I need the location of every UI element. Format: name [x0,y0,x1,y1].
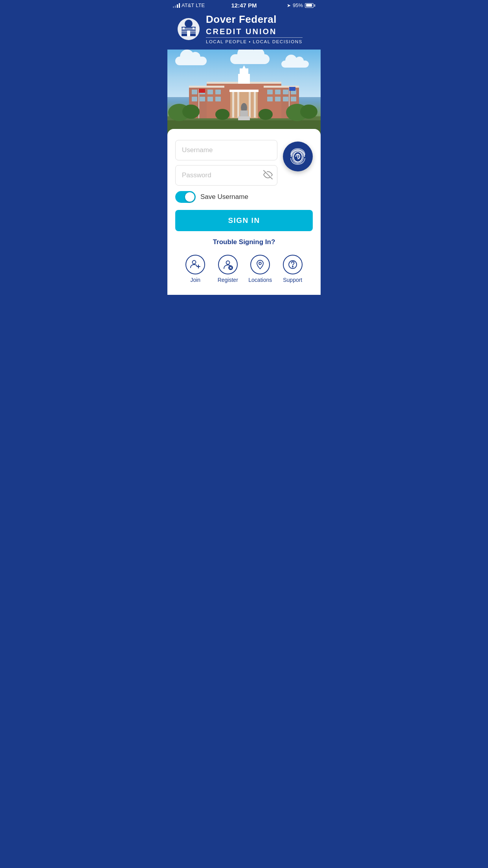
svg-rect-38 [200,97,205,101]
svg-rect-48 [289,87,295,91]
nav-item-register[interactable]: Register [212,255,244,283]
locations-icon-circle [250,255,270,274]
join-icon-circle [185,255,205,274]
tagline: LOCAL PEOPLE • LOCAL DECISIONS [206,37,303,44]
password-input[interactable] [175,165,277,186]
save-username-label: Save Username [200,193,248,201]
battery-percent: 95% [293,2,303,8]
svg-point-63 [226,261,229,265]
org-name: Dover Federal CREDIT UNION [206,14,303,36]
carrier-label: AT&T [182,2,194,8]
sign-in-button[interactable]: SIGN IN [175,210,313,231]
support-label: Support [283,277,302,283]
nav-item-locations[interactable]: Locations [244,255,276,283]
save-username-toggle[interactable] [175,191,196,203]
trouble-signing-in-link[interactable]: Trouble Signing In? [175,238,313,246]
building-svg [167,65,321,136]
svg-rect-35 [283,90,288,94]
password-visibility-toggle[interactable] [263,170,273,181]
svg-rect-58 [240,110,248,116]
status-bar: AT&T LTE 12:47 PM ➤ 95% [167,0,321,10]
svg-rect-22 [237,92,239,118]
logo-text: Dover Federal CREDIT UNION LOCAL PEOPLE … [206,14,303,44]
svg-rect-57 [238,116,250,120]
bottom-nav: Join Register [175,255,313,287]
join-label: Join [190,277,200,283]
question-mark-icon [287,259,298,270]
logo-icon [174,16,200,42]
svg-rect-10 [193,28,194,29]
svg-rect-37 [192,97,197,101]
register-icon-circle [218,255,238,274]
save-username-row: Save Username [175,191,313,203]
location-arrow-icon: ➤ [287,3,291,8]
hero-image [167,50,321,136]
svg-rect-26 [240,68,248,75]
register-icon [222,259,233,270]
username-input[interactable] [175,140,277,160]
svg-rect-24 [254,92,256,118]
app-header: Dover Federal CREDIT UNION LOCAL PEOPLE … [167,10,321,50]
svg-rect-20 [229,90,259,92]
signal-icon [173,3,180,8]
svg-point-56 [259,109,273,120]
location-pin-icon [255,259,266,270]
nav-item-support[interactable]: Support [277,255,308,283]
svg-rect-17 [189,86,224,88]
time-label: 12:47 PM [231,2,257,9]
svg-rect-31 [207,90,213,94]
svg-rect-41 [267,97,273,101]
svg-rect-43 [283,97,288,101]
svg-rect-34 [275,90,281,94]
svg-rect-9 [183,28,185,29]
fingerprint-button[interactable] [283,142,313,171]
svg-point-54 [300,105,317,119]
fields-row [175,140,313,186]
fields-column [175,140,277,186]
svg-rect-32 [215,90,221,94]
svg-rect-33 [267,90,273,94]
svg-rect-23 [249,92,251,118]
svg-point-69 [292,266,293,267]
svg-rect-21 [232,92,234,118]
status-right: ➤ 95% [287,2,315,8]
register-label: Register [218,277,238,283]
svg-rect-29 [192,90,197,94]
svg-point-7 [185,20,193,28]
status-left: AT&T LTE [173,2,205,8]
svg-rect-42 [275,97,281,101]
login-card: Save Username SIGN IN Trouble Signing In… [167,129,321,295]
support-icon-circle [283,255,303,274]
svg-point-67 [259,262,261,265]
join-icon [190,259,201,270]
svg-rect-44 [291,97,296,101]
svg-marker-27 [242,65,246,69]
svg-rect-40 [215,97,221,101]
svg-rect-8 [187,31,190,36]
nav-item-join[interactable]: Join [180,255,211,283]
battery-icon [305,3,315,8]
svg-rect-46 [199,89,205,93]
network-label: LTE [196,2,205,8]
svg-point-52 [182,105,200,119]
svg-rect-39 [207,97,213,101]
svg-point-60 [193,261,196,264]
svg-point-55 [215,109,229,120]
locations-label: Locations [248,277,272,283]
password-wrapper [175,165,277,186]
fingerprint-icon [288,147,308,166]
